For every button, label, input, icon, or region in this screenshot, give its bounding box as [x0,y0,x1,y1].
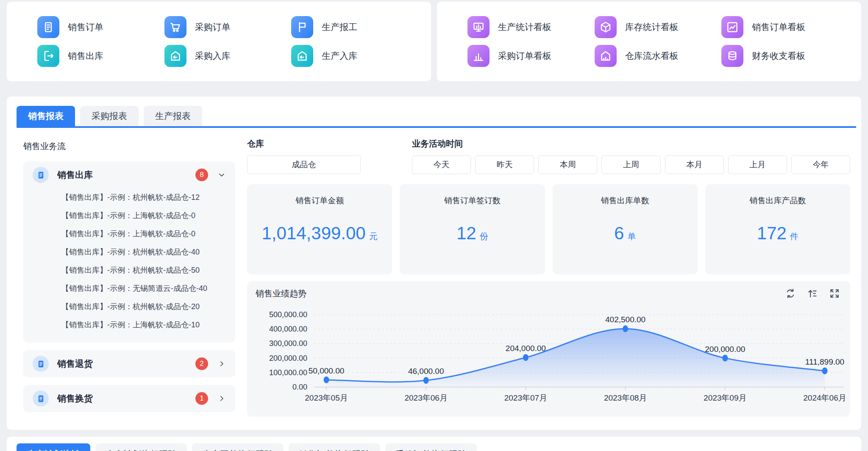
bottom-tab-生产计划执行跟踪[interactable]: 生产计划执行跟踪 [95,443,187,451]
report-tabs: 销售报表采购报表生产报表 [17,97,856,128]
group-label: 销售退货 [57,358,195,370]
tab-采购报表[interactable]: 采购报表 [80,106,139,126]
bottom-tab-销售订单执行跟踪[interactable]: 销售订单执行跟踪 [289,443,380,451]
tab-销售报表[interactable]: 销售报表 [17,106,75,126]
list-item[interactable]: 【销售出库】-示例：上海帆软-成品仓-10 [61,316,235,334]
report-body: 销售业务流 销售出库8【销售出库】-示例：杭州帆软-成品仓-12【销售出库】-示… [7,128,861,420]
group-label: 销售出库 [57,169,195,181]
group-label: 销售换货 [57,393,195,404]
count-badge: 2 [195,357,208,370]
data-label: 204,000.00 [506,344,546,353]
count-badge: 1 [195,392,208,405]
shortcut-label: 生产报工 [322,21,357,33]
document-icon [33,356,49,372]
shortcut-label: 采购入库 [195,50,231,62]
shortcut-row: 销售订单采购订单生产报工销售出库采购入库生产入库 生产统计看板库存统计看板销售订… [0,0,868,81]
stat-card-销售订单签订数: 销售订单签订数12份 [400,184,545,274]
stat-cards: 销售订单金额1,014,399.00元销售订单签订数12份销售出库单数6单销售出… [247,184,850,274]
shortcut-仓库流水看板[interactable]: 仓库流水看板 [595,45,722,67]
chevron-down-icon[interactable] [217,171,226,179]
time-filter-上周[interactable]: 上周 [601,155,660,174]
count-badge: 8 [195,169,208,181]
svg-text:2023年08月: 2023年08月 [604,393,647,402]
svg-text:2023年07月: 2023年07月 [504,393,547,402]
shortcut-panel-left: 销售订单采购订单生产报工销售出库采购入库生产入库 [7,2,431,81]
list-item[interactable]: 【销售出库】-示例：杭州帆软-成品仓-20 [61,298,235,316]
stat-title: 销售订单金额 [247,195,392,206]
time-filter-上月[interactable]: 上月 [728,155,787,174]
svg-text:400,000.00: 400,000.00 [269,325,307,333]
data-label: 50,000.00 [309,366,345,375]
list-item[interactable]: 【销售出库】-示例：杭州帆软-成品仓-40 [61,243,235,261]
inbound-icon [164,45,186,67]
warehouse-label: 仓库 [247,138,412,149]
time-filter-本周[interactable]: 本周 [538,155,597,174]
shortcut-采购订单看板[interactable]: 采购订单看板 [467,45,595,67]
document-icon [33,390,49,407]
chevron-right-icon[interactable] [217,360,226,368]
shortcut-库存统计看板[interactable]: 库存统计看板 [595,16,722,38]
shortcut-生产入库[interactable]: 生产入库 [291,45,418,67]
shortcut-销售订单看板[interactable]: 销售订单看板 [721,16,849,38]
sidebar-group-header[interactable]: 销售退货2 [23,350,235,377]
shortcut-生产统计看板[interactable]: 生产统计看板 [467,16,595,38]
list-item[interactable]: 【销售出库】-示例：无锡简道云-成品仓-40 [61,279,235,298]
cube-icon [595,16,617,38]
sales-trend-chart-card: 销售业绩趋势 0.00100,000.00200,000.00300,000.0… [247,281,850,417]
shortcut-采购入库[interactable]: 采购入库 [164,45,292,67]
stat-number: 172 [757,223,787,243]
warehouse-filter: 仓库 成品仓 [247,137,412,174]
monitor-chart-icon [467,16,490,38]
shortcut-采购订单[interactable]: 采购订单 [164,16,292,38]
stat-card-销售出库产品数: 销售出库产品数172件 [705,184,850,274]
tab-生产报表[interactable]: 生产报表 [144,106,202,126]
list-item[interactable]: 【销售出库】-示例：上海帆软-成品仓-0 [61,225,235,243]
shortcut-销售订单[interactable]: 销售订单 [37,16,164,38]
data-label: 46,000.00 [408,367,444,376]
list-item[interactable]: 【销售出库】-示例：上海帆软-成品仓-0 [61,207,235,225]
stat-value: 1,014,399.00元 [247,223,392,243]
bottom-tab-采购订单执行跟踪[interactable]: 采购订单执行跟踪 [385,443,477,451]
data-label: 200,000.00 [705,345,745,354]
sidebar-group-header[interactable]: 销售换货1 [23,385,235,412]
svg-text:200,000.00: 200,000.00 [269,354,307,362]
warehouse-select[interactable]: 成品仓 [247,155,361,174]
chevron-right-icon[interactable] [217,394,226,403]
filter-row: 仓库 成品仓 业务活动时间 今天昨天本周上周本月上月今年 [247,137,850,174]
line-chart-icon [721,16,743,38]
list-item[interactable]: 【销售出库】-示例：杭州帆软-成品仓-50 [61,261,235,279]
stat-title: 销售出库单数 [553,195,698,206]
svg-text:300,000.00: 300,000.00 [269,339,307,348]
doc-list-icon [37,16,59,38]
shortcut-grid-right: 生产统计看板库存统计看板销售订单看板采购订单看板仓库流水看板财务收支看板 [437,16,861,67]
time-buttons: 今天昨天本周上周本月上月今年 [412,155,850,174]
shortcut-label: 销售出库 [68,50,103,62]
bottom-tab-生产工单执行跟踪[interactable]: 生产工单执行跟踪 [192,443,284,451]
svg-text:2023年05月: 2023年05月 [305,393,348,402]
shortcut-label: 生产入库 [322,50,357,62]
stat-card-销售出库单数: 销售出库单数6单 [553,184,698,274]
time-filter-今年[interactable]: 今年 [791,155,850,174]
time-filter-本月[interactable]: 本月 [665,155,724,174]
shortcut-label: 采购订单看板 [498,50,551,62]
svg-text:500,000.00: 500,000.00 [269,310,307,319]
report-card: 销售报表采购报表生产报表 销售业务流 销售出库8【销售出库】-示例：杭州帆软-成… [7,97,861,430]
shortcut-生产报工[interactable]: 生产报工 [291,16,418,38]
time-filter-今天[interactable]: 今天 [412,155,471,174]
coins-icon [721,45,743,67]
group-items: 【销售出库】-示例：杭州帆软-成品仓-12【销售出库】-示例：上海帆软-成品仓-… [23,188,235,343]
shortcut-财务收支看板[interactable]: 财务收支看板 [721,45,849,67]
stat-number: 6 [614,223,624,243]
shortcut-panel-right: 生产统计看板库存统计看板销售订单看板采购订单看板仓库流水看板财务收支看板 [437,2,861,81]
time-filter-昨天[interactable]: 昨天 [475,155,534,174]
stat-unit: 元 [369,232,378,241]
document-icon [33,167,49,183]
svg-text:2023年06月: 2023年06月 [404,393,447,402]
list-item[interactable]: 【销售出库】-示例：杭州帆软-成品仓-12 [61,188,235,207]
sidebar-group-header[interactable]: 销售出库8 [23,161,235,188]
time-filter: 业务活动时间 今天昨天本周上周本月上月今年 [412,137,850,174]
sidebar-group-销售换货: 销售换货1 [23,385,235,412]
bottom-tab-生产计划统计[interactable]: 生产计划统计 [17,443,90,451]
shortcut-销售出库[interactable]: 销售出库 [37,45,164,67]
stat-card-销售订单金额: 销售订单金额1,014,399.00元 [247,184,392,274]
